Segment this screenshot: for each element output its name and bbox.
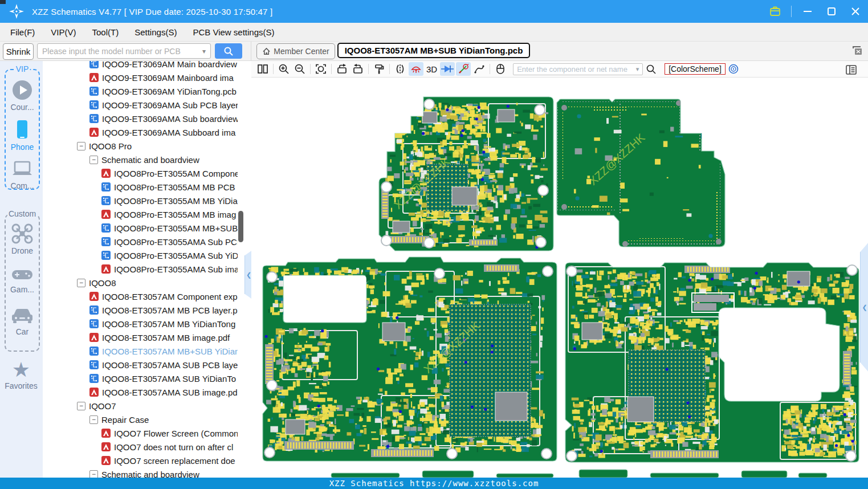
pcb-file-icon <box>89 61 99 68</box>
mirror-flip-button[interactable] <box>393 62 407 76</box>
color-scheme-button[interactable]: [ColorScheme] <box>665 63 726 75</box>
tree-group-row[interactable]: −Schematic and boardview <box>43 467 238 478</box>
tree-group-row[interactable]: −Schematic and boardview <box>43 153 238 166</box>
close-button[interactable] <box>847 3 863 19</box>
diode-mode-button[interactable] <box>440 62 455 76</box>
tree-item-row[interactable]: IQOO9-ET3069AMA Subboard ima <box>43 125 238 139</box>
menu-pcb-view-settings[interactable]: PCB View settings(S) <box>193 27 274 37</box>
tree-item-row[interactable]: IQOO9-ET3069AM YiDianTong.pcb <box>43 84 238 98</box>
open-file-tab[interactable]: IQOO8-ET3057AM MB+SUB YiDianTong.pcb <box>337 43 530 58</box>
sidebar-item-drone[interactable]: Drone <box>6 223 39 255</box>
split-view-button[interactable] <box>255 62 270 76</box>
tree-item-row[interactable]: IQOO9-ET3069AMA Sub boardview <box>43 112 238 125</box>
eye-visibility-button[interactable] <box>726 62 741 76</box>
sidebar-item-phone[interactable]: Phone <box>6 119 39 152</box>
tree-item-row[interactable]: IQOO8-ET3057AMA SUB image.pd <box>43 385 238 399</box>
sidebar-item-computer[interactable]: Com... <box>6 159 39 190</box>
tree-item-row[interactable]: IQOO8Pro-ET3055AM Compone <box>43 166 238 180</box>
tree-item-row[interactable]: IQOO8Pro-ET3055AM MB YiDia <box>43 194 238 207</box>
pdf-file-icon <box>101 442 111 451</box>
tree-item-row[interactable]: IQOO8-ET3057AMA SUB PCB layer <box>43 358 238 372</box>
rotate-right-button[interactable] <box>351 62 365 76</box>
model-search-placeholder: Please input the model number or PCB <box>42 47 200 56</box>
pcb-canvas[interactable]: XZZ@XZZHKXZZ@XZZHKXZZ@XZZHK <box>251 78 868 478</box>
lamp-highlight-button[interactable] <box>409 62 423 76</box>
tree-item-row[interactable]: IQOO8Pro-ET3055AM MB imag <box>43 207 238 221</box>
tree-item-row[interactable]: IQOO8-ET3057AM MB+SUB YiDian <box>43 344 238 358</box>
tree-item-row[interactable]: IQOO8Pro-ET3055AMA Sub PCB <box>43 235 238 248</box>
curve-tool-button[interactable] <box>472 62 487 76</box>
zoom-in-button[interactable] <box>276 62 291 76</box>
rotate-left-button[interactable] <box>335 62 349 76</box>
window-title: XZZ Schematics V4.77 [ VIP Due date: 202… <box>32 7 272 17</box>
shrink-button[interactable]: Shrink <box>3 43 34 60</box>
tree-collapse-toggle[interactable]: − <box>89 470 98 478</box>
tree-item-row[interactable]: IQOO9-ET3069AM Main boardview <box>43 61 238 71</box>
menu-tool[interactable]: Tool(T) <box>92 27 119 37</box>
tree-item-row[interactable]: IQOO9-ET3069AMA Sub PCB layer <box>43 98 238 112</box>
menu-settings[interactable]: Settings(S) <box>135 27 177 37</box>
tree-item-row[interactable]: IQOO8Pro-ET3055AMA Sub ima <box>43 262 238 276</box>
tree-collapse-toggle[interactable]: − <box>77 279 85 287</box>
sidebar-item-courses[interactable]: Cour... <box>6 79 39 112</box>
zoom-out-button[interactable] <box>292 62 307 76</box>
component-search-combo[interactable]: Enter the component or net name ▾ <box>513 63 643 75</box>
menu-vip[interactable]: VIP(V) <box>51 27 76 37</box>
car-icon <box>10 306 34 325</box>
tree-item-row[interactable]: IQOO7 Flower Screen (Common <box>43 426 238 440</box>
maximize-button[interactable] <box>824 3 840 19</box>
tree-item-row[interactable]: IQOO8Pro-ET3055AMA Sub YiD <box>43 248 238 262</box>
chevron-down-icon[interactable]: ▾ <box>202 47 206 55</box>
sidebar-item-favorites[interactable]: ★ Favorites <box>5 360 38 390</box>
tree-collapse-toggle[interactable]: − <box>89 156 98 164</box>
tree-item-label: IQOO8Pro-ET3055AM MB PCB l <box>114 182 238 192</box>
tree-item-row[interactable]: IQOO7 does not turn on after cl <box>43 440 238 454</box>
tree-item-row[interactable]: IQOO8-ET3057AM MB image.pdf <box>43 331 238 344</box>
menu-file[interactable]: File(F) <box>10 27 35 37</box>
tree-collapse-toggle[interactable]: − <box>77 402 85 410</box>
sidebar-item-game[interactable]: Gam... <box>6 266 39 294</box>
tree-item-label: IQOO8 <box>89 278 116 288</box>
tree-item-row[interactable]: IQOO8-ET3057AM Component exp <box>43 290 238 303</box>
tree-scrollbar[interactable] <box>238 61 244 478</box>
close-tab-icon[interactable] <box>851 45 863 56</box>
pdf-file-icon <box>101 456 111 465</box>
tree-item-row[interactable]: IQOO8-ET3057AMA SUB YiDianTo <box>43 372 238 385</box>
toolbox-icon[interactable] <box>767 3 783 19</box>
model-search-button[interactable] <box>215 43 242 59</box>
pdf-file-icon <box>101 429 111 438</box>
shortcut-sidebar: VIP Cour... Phone Com... Custom <box>0 61 43 478</box>
tree-item-row[interactable]: IQOO7 screen replacement doe <box>43 454 238 467</box>
sidebar-item-car[interactable]: Car <box>6 306 39 336</box>
model-search-combo[interactable]: Please input the model number or PCB ▾ <box>37 43 211 59</box>
measure-button[interactable] <box>456 62 471 76</box>
tree-group-row[interactable]: −IQOO8 <box>43 276 238 290</box>
chevron-down-icon[interactable]: ▾ <box>636 66 639 73</box>
title-bar: XZZ Schematics V4.77 [ VIP Due date: 202… <box>0 0 868 23</box>
tree-item-row[interactable]: IQOO8Pro-ET3055AM MB+SUB <box>43 221 238 235</box>
sidebar-item-label: Favorites <box>5 381 38 390</box>
component-search-button[interactable] <box>643 62 658 76</box>
tree-item-row[interactable]: IQOO8Pro-ET3055AM MB PCB l <box>43 180 238 194</box>
pcb-board-sliver <box>579 470 627 478</box>
paint-roller-button[interactable] <box>372 62 386 76</box>
tree-group-row[interactable]: −Repair Case <box>43 413 238 426</box>
file-tree-panel: IQOO9-ET3069AM Main boardviewIQOO9-ET306… <box>43 61 238 478</box>
collapse-right-panel-handle[interactable]: ❮ <box>860 242 868 373</box>
tree-group-row[interactable]: −IQOO7 <box>43 399 238 413</box>
tree-collapse-toggle[interactable]: − <box>77 142 85 150</box>
side-panel-toggle-button[interactable] <box>843 63 858 76</box>
tree-group-row[interactable]: −IQOO8 Pro <box>43 139 238 153</box>
tree-item-row[interactable]: IQOO8-ET3057AM MB YiDianTong <box>43 317 238 331</box>
fit-view-button[interactable] <box>313 62 328 76</box>
tree-item-label: IQOO8-ET3057AM MB YiDianTong <box>102 319 235 329</box>
tree-scrollbar-thumb[interactable] <box>238 211 243 242</box>
minimize-button[interactable] <box>800 3 816 19</box>
pcb-file-icon <box>89 347 99 356</box>
tree-item-row[interactable]: IQOO8-ET3057AM MB PCB layer.p <box>43 303 238 317</box>
three-d-view-button[interactable]: 3D <box>426 64 437 74</box>
tree-item-row[interactable]: IQOO9-ET3069AM Mainboard ima <box>43 71 238 84</box>
mouse-settings-button[interactable] <box>493 62 508 76</box>
tree-collapse-toggle[interactable]: − <box>89 415 98 424</box>
member-center-button[interactable]: Member Center <box>256 43 335 59</box>
